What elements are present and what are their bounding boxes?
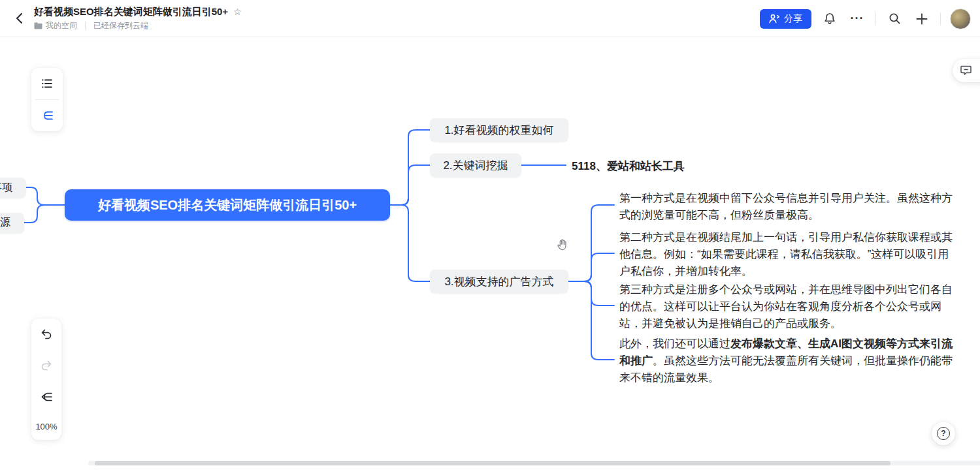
paragraph-text: 。虽然这些方法可能无法覆盖所有关键词，但批量操作仍能带来不错的流量效果。 — [619, 354, 953, 384]
paragraph-text: 此外，我们还可以通过 — [619, 337, 730, 350]
paragraph-text: 第三种方式是注册多个公众号或网站，并在思维导图中列出它们各自的优点。这样可以让平… — [619, 283, 953, 330]
ellipsis-icon: ··· — [851, 12, 864, 25]
zoom-level-value: 100% — [35, 422, 57, 431]
workspace-crumb[interactable]: 我的空间 — [34, 20, 77, 31]
left-stub-node-bottom[interactable]: 来源 — [0, 213, 24, 233]
topbar: 好看视频SEO排名关键词矩阵做引流日引50+ ☆ 我的空间 已经保存到云端 分享 — [0, 0, 980, 37]
bell-icon — [824, 12, 836, 25]
horizontal-scrollbar-thumb[interactable] — [95, 461, 890, 465]
branch-node-3[interactable]: 3.视频支持的广告方式 — [430, 270, 568, 293]
breadcrumb: 我的空间 已经保存到云端 — [34, 20, 242, 31]
title-block: 好看视频SEO排名关键词矩阵做引流日引50+ ☆ 我的空间 已经保存到云端 — [34, 6, 242, 31]
more-menu-button[interactable]: ··· — [848, 10, 866, 28]
outline-view-button[interactable] — [31, 68, 63, 99]
outline-list-icon — [41, 78, 53, 89]
left-stub-node-top[interactable]: 事项 — [0, 178, 26, 198]
topbar-divider — [940, 12, 941, 25]
branch-node-2[interactable]: 2.关键词挖掘 — [430, 153, 521, 177]
collapse-branch-icon — [41, 392, 53, 402]
mindmap-structure-icon — [41, 110, 54, 121]
paragraph-node-1[interactable]: 第一种方式是在视频中留下公众号信息并引导用户关注。虽然这种方式的浏览量可能不高，… — [619, 190, 955, 224]
search-button[interactable] — [885, 10, 904, 28]
folder-icon — [34, 22, 42, 29]
notifications-button[interactable] — [821, 10, 839, 28]
collapse-branches-button[interactable] — [31, 381, 61, 413]
canvas-controls-panel: 100% — [31, 319, 61, 440]
workspace-label: 我的空间 — [46, 20, 77, 31]
question-mark-icon: ? — [937, 427, 950, 440]
node-label: 来源 — [0, 216, 10, 230]
save-status: 已经保存到云端 — [93, 20, 148, 31]
paragraph-text: 第一种方式是在视频中留下公众号信息并引导用户关注。虽然这种方式的浏览量可能不高，… — [619, 192, 953, 221]
user-avatar[interactable] — [950, 8, 971, 29]
favorite-star-icon[interactable]: ☆ — [233, 7, 242, 17]
topbar-actions: 分享 ··· — [760, 0, 971, 37]
create-new-button[interactable] — [913, 10, 931, 28]
undo-button[interactable] — [31, 319, 61, 350]
view-mode-panel — [31, 68, 63, 131]
share-label: 分享 — [784, 13, 802, 25]
root-topic-node[interactable]: 好看视频SEO排名关键词矩阵做引流日引50+ — [65, 189, 390, 221]
zoom-level-button[interactable]: 100% — [31, 413, 61, 440]
comment-button[interactable] — [953, 59, 980, 82]
paragraph-node-3[interactable]: 第三种方式是注册多个公众号或网站，并在思维导图中列出它们各自的优点。这样可以让平… — [619, 281, 955, 332]
share-button[interactable]: 分享 — [760, 9, 811, 29]
help-button[interactable]: ? — [932, 422, 955, 445]
branch-node-1[interactable]: 1.好看视频的权重如何 — [430, 118, 568, 142]
node-label: 事项 — [0, 181, 12, 195]
redo-button[interactable] — [31, 350, 61, 381]
plus-icon — [916, 13, 928, 25]
back-button[interactable] — [10, 9, 29, 27]
mindmap-view-button[interactable] — [31, 100, 63, 131]
redo-icon — [41, 360, 52, 371]
topbar-divider — [875, 12, 876, 25]
paragraph-node-4[interactable]: 此外，我们还可以通过发布爆款文章、生成AI图文视频等方式来引流和推广。虽然这些方… — [619, 336, 955, 386]
comment-icon — [960, 65, 972, 76]
chevron-left-icon — [16, 12, 24, 24]
page-title: 好看视频SEO排名关键词矩阵做引流日引50+ — [34, 6, 228, 18]
undo-icon — [41, 329, 52, 339]
search-icon — [889, 12, 901, 25]
root-topic-label: 好看视频SEO排名关键词矩阵做引流日引50+ — [98, 196, 357, 214]
paragraph-text: 第二种方式是在视频结尾加上一句话，引导用户私信你获取课程或其他信息。例如：“如果… — [619, 231, 953, 277]
share-person-icon — [769, 14, 780, 24]
node-label: 3.视频支持的广告方式 — [444, 274, 553, 289]
keyword-tools-node[interactable]: 5118、爱站和站长工具 — [572, 159, 685, 174]
node-label: 1.好看视频的权重如何 — [444, 123, 553, 138]
node-label: 2.关键词挖掘 — [443, 158, 508, 173]
mindmap-canvas[interactable]: 事项 来源 好看视频SEO排名关键词矩阵做引流日引50+ 1.好看视频的权重如何… — [0, 37, 980, 470]
paragraph-node-2[interactable]: 第二种方式是在视频结尾加上一句话，引导用户私信你获取课程或其他信息。例如：“如果… — [619, 229, 955, 280]
breadcrumb-divider — [85, 22, 86, 29]
